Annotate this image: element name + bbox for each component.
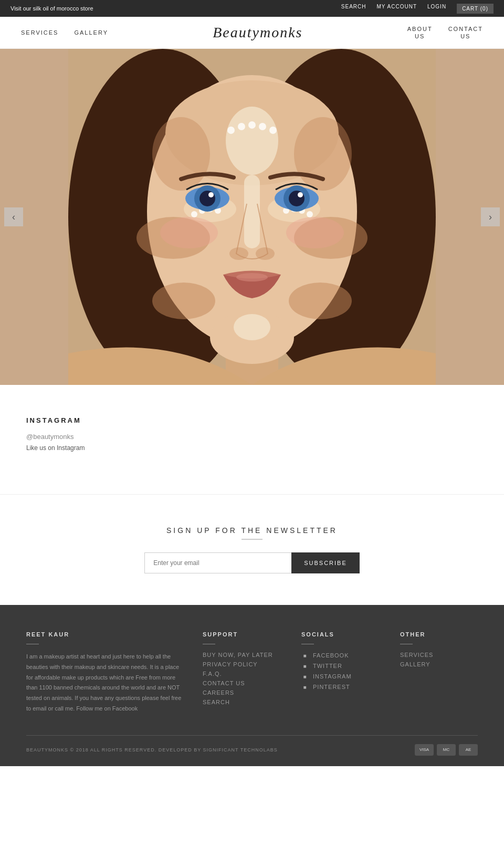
- footer-other-divider: [400, 644, 413, 644]
- footer-about-divider: [26, 644, 39, 644]
- footer-link-buy[interactable]: BUY NOW, PAY LATER: [203, 652, 280, 658]
- svg-point-32: [307, 211, 313, 217]
- amex-icon: AE: [459, 744, 478, 756]
- footer-other-title: OTHER: [400, 631, 478, 637]
- svg-point-12: [289, 283, 352, 319]
- instagram-icon: ■: [301, 673, 309, 680]
- footer-bottom: BEAUTYMONKS © 2018 ALL RIGHTS RESERVED. …: [26, 735, 478, 756]
- svg-point-40: [298, 192, 303, 197]
- footer-link-faq[interactable]: F.A.Q.: [203, 671, 280, 677]
- nav-gallery[interactable]: GALLERY: [74, 29, 108, 36]
- top-bar-actions: SEARCH MY ACCOUNT LOGIN CART (0): [341, 4, 494, 14]
- instagram-label: INSTAGRAM: [313, 673, 352, 680]
- top-bar: Visit our silk oil of morocco store SEAR…: [0, 0, 504, 17]
- mastercard-icon: MC: [437, 744, 456, 756]
- footer-other: OTHER SERVICES GALLERY: [400, 631, 478, 714]
- top-bar-announcement: Visit our silk oil of morocco store: [10, 5, 93, 12]
- svg-point-20: [227, 127, 235, 134]
- svg-rect-14: [244, 175, 260, 248]
- footer-support: SUPPORT BUY NOW, PAY LATER PRIVACY POLIC…: [203, 631, 280, 714]
- brand-logo[interactable]: Beautymonks: [213, 24, 302, 41]
- next-icon: ›: [489, 212, 492, 223]
- main-nav: SERVICES GALLERY Beautymonks ABOUTUS CON…: [0, 17, 504, 49]
- instagram-handle[interactable]: @beautymonks: [26, 433, 478, 441]
- footer-link-search[interactable]: SEARCH: [203, 699, 280, 705]
- newsletter-email-input[interactable]: [144, 552, 291, 573]
- svg-point-18: [160, 217, 218, 248]
- instagram-section: INSTAGRAM @beautymonks Like us on Instag…: [0, 385, 504, 473]
- footer-support-divider: [203, 644, 215, 644]
- footer-socials-title: SOCIALS: [301, 631, 379, 637]
- footer: REET KAUR I am a makeup artist at heart …: [0, 605, 504, 766]
- prev-icon: ‹: [12, 212, 15, 223]
- footer-link-services[interactable]: SERVICES: [400, 652, 478, 658]
- facebook-icon: ■: [301, 652, 309, 659]
- newsletter-form: SUBSCRIBE: [10, 552, 494, 573]
- svg-point-22: [248, 121, 256, 129]
- footer-about: REET KAUR I am a makeup artist at heart …: [26, 631, 182, 714]
- login-link[interactable]: LOGIN: [427, 4, 446, 14]
- svg-point-13: [226, 107, 278, 175]
- newsletter-subscribe-button[interactable]: SUBSCRIBE: [291, 552, 360, 573]
- footer-link-contact[interactable]: CONTACT US: [203, 680, 280, 686]
- svg-point-25: [191, 211, 197, 217]
- svg-point-15: [234, 314, 270, 340]
- hero-image: [68, 49, 436, 385]
- slider-prev-button[interactable]: ‹: [4, 207, 23, 226]
- footer-twitter-link[interactable]: ■ TWITTER: [301, 662, 379, 670]
- footer-facebook-link[interactable]: ■ FACEBOOK: [301, 652, 379, 659]
- facebook-label: FACEBOOK: [313, 652, 349, 659]
- svg-point-11: [152, 283, 215, 319]
- pinterest-label: PINTEREST: [313, 684, 350, 690]
- footer-link-careers[interactable]: CAREERS: [203, 689, 280, 696]
- nav-left: SERVICES GALLERY: [21, 29, 108, 36]
- pinterest-icon: ■: [301, 683, 309, 691]
- svg-point-23: [259, 123, 266, 130]
- visa-icon: VISA: [415, 744, 434, 756]
- svg-point-21: [238, 123, 245, 130]
- cart-button[interactable]: CART (0): [457, 4, 494, 14]
- svg-point-24: [269, 127, 277, 134]
- newsletter-divider: [242, 539, 262, 540]
- instagram-like-text: Like us on Instagram: [26, 444, 85, 452]
- svg-point-43: [236, 273, 268, 281]
- footer-copyright: BEAUTYMONKS © 2018 ALL RIGHTS RESERVED. …: [26, 747, 278, 753]
- account-link[interactable]: MY ACCOUNT: [377, 4, 417, 14]
- hero-slider: ‹ ›: [0, 49, 504, 385]
- twitter-icon: ■: [301, 662, 309, 670]
- footer-socials: SOCIALS ■ FACEBOOK ■ TWITTER ■ INSTAGRAM…: [301, 631, 379, 714]
- footer-support-title: SUPPORT: [203, 631, 280, 637]
- footer-socials-divider: [301, 644, 314, 644]
- footer-about-title: REET KAUR: [26, 631, 182, 637]
- payment-icons: VISA MC AE: [415, 744, 478, 756]
- svg-point-36: [208, 192, 214, 197]
- footer-link-privacy[interactable]: PRIVACY POLICY: [203, 661, 280, 667]
- svg-point-19: [286, 217, 344, 248]
- footer-grid: REET KAUR I am a makeup artist at heart …: [26, 631, 478, 714]
- svg-point-42: [256, 247, 275, 260]
- footer-link-gallery[interactable]: GALLERY: [400, 661, 478, 667]
- footer-pinterest-link[interactable]: ■ PINTEREST: [301, 683, 379, 691]
- nav-right: ABOUTUS CONTACTUS: [407, 25, 483, 40]
- nav-services[interactable]: SERVICES: [21, 29, 58, 36]
- newsletter-section: SIGN UP FOR THE NEWSLETTER SUBSCRIBE: [0, 494, 504, 605]
- nav-about[interactable]: ABOUTUS: [407, 25, 433, 40]
- footer-about-text: I am a makeup artist at heart and just h…: [26, 652, 182, 714]
- newsletter-title: SIGN UP FOR THE NEWSLETTER: [10, 526, 494, 535]
- slider-next-button[interactable]: ›: [481, 207, 500, 226]
- instagram-title: INSTAGRAM: [26, 416, 478, 424]
- twitter-label: TWITTER: [313, 663, 342, 669]
- footer-instagram-link[interactable]: ■ INSTAGRAM: [301, 673, 379, 680]
- nav-contact[interactable]: CONTACTUS: [448, 25, 483, 40]
- svg-point-41: [229, 247, 248, 260]
- announcement-text: Visit our silk oil of morocco store: [10, 5, 93, 12]
- search-link[interactable]: SEARCH: [341, 4, 366, 14]
